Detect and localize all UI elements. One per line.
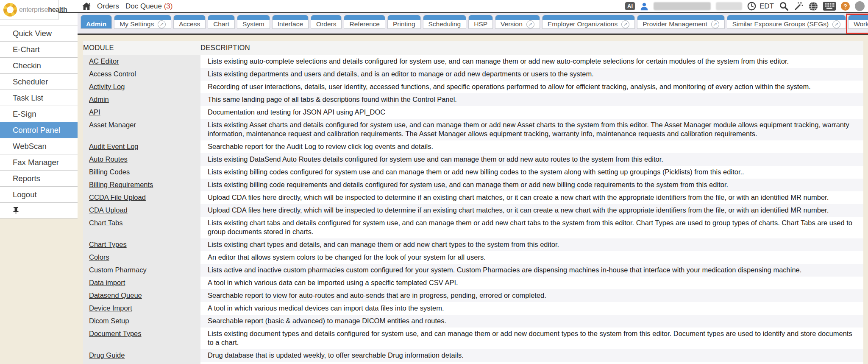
tab-hsp[interactable]: HSP <box>468 15 493 29</box>
external-link-icon[interactable]: ↗ <box>621 20 629 28</box>
module-link-audit-event-log[interactable]: Audit Event Log <box>89 143 139 150</box>
tab-version[interactable]: Version↗ <box>495 15 540 29</box>
module-link-datasend-queue[interactable]: Datasend Queue <box>89 291 142 299</box>
top-bar: Orders Doc Queue (3) AI EDT <box>0 0 868 13</box>
sidebar-item-scheduler[interactable]: Scheduler <box>0 73 78 90</box>
sidebar-item-quick-view[interactable]: Quick View <box>0 25 78 41</box>
table-row: Billing RequirementsLists existing billi… <box>83 179 863 191</box>
avatar[interactable] <box>855 1 865 11</box>
module-link-billing-codes[interactable]: Billing Codes <box>89 168 130 176</box>
sidebar-item-reports[interactable]: Reports <box>0 170 78 186</box>
sidebar-item-webscan[interactable]: WebScan <box>0 138 78 154</box>
external-link-icon[interactable]: ↗ <box>832 20 840 28</box>
tab-interface[interactable]: Interface <box>272 15 309 29</box>
module-link-admin[interactable]: Admin <box>89 95 109 103</box>
module-cell: Access Control <box>83 68 200 81</box>
module-link-activity-log[interactable]: Activity Log <box>89 83 125 90</box>
ai-badge[interactable]: AI <box>625 2 635 10</box>
sidebar-item-task-list[interactable]: Task List <box>0 90 78 106</box>
tab-employer-organizations[interactable]: Employer Organizations↗ <box>542 15 635 29</box>
table-row: Access ControlLists existing departments… <box>83 68 863 81</box>
user-icon[interactable] <box>640 2 648 11</box>
home-icon[interactable] <box>82 3 91 10</box>
module-link-chart-tabs[interactable]: Chart Tabs <box>89 219 123 227</box>
module-link-ccda-file-upload[interactable]: CCDA File Upload <box>89 193 146 201</box>
tab-similar-exposure-groups-segs[interactable]: Similar Exposure Groups (SEGs)↗ <box>727 15 846 29</box>
table-row: ColorsAn editor that allows system color… <box>83 251 863 264</box>
module-link-auto-routes[interactable]: Auto Routes <box>89 155 128 163</box>
keyboard-icon[interactable] <box>823 2 836 11</box>
module-table: MODULE DESCRIPTION AC EditorLists existi… <box>83 41 863 364</box>
help-icon[interactable]: ? <box>841 2 850 11</box>
description-cell: Lists existing chart tabs and details co… <box>200 217 863 238</box>
tab-label: Admin <box>86 20 106 28</box>
sidebar-item-e-sign[interactable]: E-Sign <box>0 106 78 122</box>
nav-doc-queue[interactable]: Doc Queue (3) <box>125 2 173 11</box>
table-row: AdminThis same landing page of all tabs … <box>83 93 863 106</box>
tab-provider-management[interactable]: Provider Management↗ <box>637 15 725 29</box>
tab-label: HSP <box>474 20 487 28</box>
description-cell: Lists existing chart types and details, … <box>200 238 863 251</box>
tab-label: Similar Exposure Groups (SEGs) <box>732 20 829 28</box>
tab-chart[interactable]: Chart <box>208 15 235 29</box>
module-link-cda-upload[interactable]: CDA Upload <box>89 206 128 214</box>
table-row: Data importA tool in which various data … <box>83 277 863 289</box>
column-header-description: DESCRIPTION <box>200 41 863 55</box>
module-link-asset-manager[interactable]: Asset Manager <box>89 121 136 129</box>
module-link-api[interactable]: API <box>89 108 100 116</box>
external-link-icon[interactable]: ↗ <box>526 20 534 28</box>
nav-orders[interactable]: Orders <box>97 2 119 11</box>
tab-system[interactable]: System <box>237 15 270 29</box>
wand-icon[interactable] <box>794 1 804 11</box>
module-link-document-types[interactable]: Document Types <box>89 330 142 337</box>
module-link-colors[interactable]: Colors <box>89 253 109 261</box>
module-link-custom-pharmacy[interactable]: Custom Pharmacy <box>89 266 147 274</box>
module-link-device-import[interactable]: Device Import <box>89 304 132 312</box>
tab-scheduling[interactable]: Scheduling <box>423 15 467 29</box>
tab-label: Employer Organizations <box>548 20 618 28</box>
sidebar-pin-toggle[interactable] <box>0 202 78 218</box>
module-link-billing-requirements[interactable]: Billing Requirements <box>89 181 153 188</box>
tab-label: My Settings <box>120 20 154 28</box>
sidebar-item-fax-manager[interactable]: Fax Manager <box>0 154 78 170</box>
doc-queue-count: (3) <box>164 2 173 10</box>
module-link-drug-guide[interactable]: Drug Guide <box>89 351 125 359</box>
tab-work-locations[interactable]: Work Locations↗ <box>848 15 868 29</box>
tab-label: Chart <box>213 20 229 28</box>
tab-label: Work Locations <box>854 20 868 28</box>
description-cell: Lists existing departments and users and… <box>200 68 863 81</box>
sidebar-item-logout[interactable]: Logout <box>0 186 78 202</box>
tab-my-settings[interactable]: My Settings↗ <box>114 15 171 29</box>
tab-orders[interactable]: Orders <box>311 15 342 29</box>
description-cell: Recording of user interactions, details,… <box>200 81 863 93</box>
description-cell: Lists existing Asset charts and details … <box>200 119 863 140</box>
module-cell: Chart Tabs <box>83 217 200 238</box>
module-cell: Document Types <box>83 328 200 349</box>
column-header-module: MODULE <box>83 41 200 55</box>
module-cell: API <box>83 106 200 119</box>
tab-label: System <box>242 20 264 28</box>
description-cell: This same landing page of all tabs & des… <box>200 93 863 106</box>
sidebar-item-checkin[interactable]: Checkin <box>0 57 78 73</box>
module-link-access-control[interactable]: Access Control <box>89 70 136 78</box>
tab-admin[interactable]: Admin <box>81 15 112 29</box>
module-link-data-import[interactable]: Data import <box>89 279 125 286</box>
external-link-icon[interactable]: ↗ <box>711 20 719 28</box>
tab-reference[interactable]: Reference <box>344 15 385 29</box>
globe-icon[interactable] <box>809 2 818 11</box>
timezone-label: EDT <box>760 2 774 11</box>
sidebar-item-e-chart[interactable]: E-Chart <box>0 41 78 57</box>
module-link-ac-editor[interactable]: AC Editor <box>89 57 119 65</box>
logo-text: enterprisehealth <box>19 6 67 14</box>
module-link-dicom-setup[interactable]: Dicom Setup <box>89 317 129 325</box>
module-link-chart-types[interactable]: Chart Types <box>89 241 127 248</box>
module-cell: Chart Types <box>83 238 200 251</box>
tab-access[interactable]: Access <box>173 15 206 29</box>
module-cell: CDA Upload <box>83 204 200 217</box>
description-cell: Upload CDA files here directly, which wi… <box>200 191 863 204</box>
tab-printing[interactable]: Printing <box>387 15 421 29</box>
sidebar-item-control-panel[interactable]: Control Panel <box>0 122 78 138</box>
search-icon[interactable] <box>779 1 789 11</box>
external-link-icon[interactable]: ↗ <box>158 20 166 28</box>
module-cell: Billing Requirements <box>83 179 200 191</box>
